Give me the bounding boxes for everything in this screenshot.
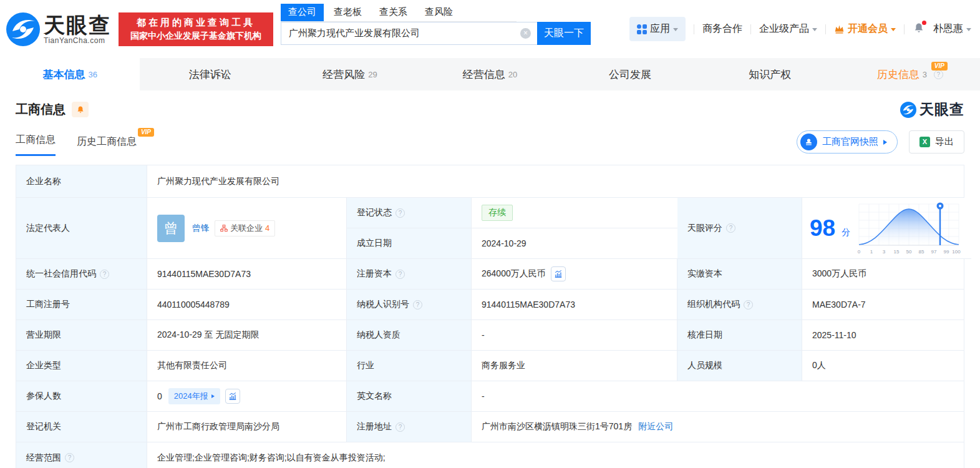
help-icon[interactable] (395, 422, 405, 432)
help-icon[interactable] (100, 270, 109, 279)
status-badge: 存续 (482, 205, 513, 221)
svg-text:100: 100 (952, 249, 961, 255)
search-tab-relation[interactable]: 查关系 (372, 4, 415, 21)
reg-address-label: 注册地址 (347, 412, 472, 442)
org-code-value: MAE30D7A-7 (802, 290, 964, 320)
svg-text:1: 1 (870, 249, 873, 255)
taxpayer-qualif-label: 纳税人资质 (347, 320, 472, 351)
search-tab-boss[interactable]: 查老板 (326, 4, 369, 21)
subtab-label: 历史工商信息 (77, 136, 137, 147)
reg-address-value: 广州市南沙区横沥镇明珠三街1号701房 附近公司 (472, 412, 964, 442)
subtab-history-business-info[interactable]: 历史工商信息 VIP (77, 135, 137, 156)
business-scope-label: 经营范围 (16, 442, 147, 468)
header: 天眼查 TianYanCha.com 都在用的商业查询工具 国家中小企业发展子基… (0, 0, 980, 58)
related-companies-badge[interactable]: 关联企业 4 (215, 220, 275, 236)
chevron-down-icon (966, 28, 971, 31)
top-nav: 应用 商务合作 企业级产品 开通会员 朴恩惠 (629, 17, 971, 41)
logo-title: 天眼查 (44, 14, 111, 36)
svg-text:97: 97 (931, 249, 937, 255)
tab-company-development[interactable]: 公司发展 (560, 58, 700, 90)
divider (750, 24, 751, 34)
tax-id-value: 91440115MAE30D7A73 (472, 290, 677, 320)
divider (825, 24, 826, 34)
insured-chart-icon[interactable] (225, 389, 240, 404)
user-menu[interactable]: 朴恩惠 (933, 22, 971, 36)
open-vip-button[interactable]: 开通会员 (834, 22, 896, 36)
tab-count: 29 (368, 70, 377, 79)
help-icon[interactable] (395, 270, 405, 279)
company-type-value: 其他有限责任公司 (147, 351, 347, 381)
approval-date-label: 核准日期 (677, 320, 802, 351)
staff-size-value: 0人 (802, 351, 964, 381)
legal-rep-value: 曾 曾锋 关联企业 4 (147, 198, 347, 259)
watermark-logo: 天眼查 (900, 100, 964, 119)
nav-cooperation[interactable]: 商务合作 (702, 22, 742, 36)
company-page-tabs: 基本信息 36 法律诉讼 经营风险 29 经营信息 20 公司发展 知识产权 历… (0, 58, 980, 90)
paid-capital-label: 实缴资本 (677, 259, 802, 290)
reg-number-value: 440110005448789 (147, 290, 347, 320)
tab-business-info[interactable]: 经营信息 20 (420, 58, 560, 90)
avatar[interactable]: 曾 (157, 215, 185, 242)
score-unit: 分 (842, 227, 850, 238)
stamp-icon (800, 134, 817, 150)
nearby-companies-link[interactable]: 附近公司 (638, 421, 673, 432)
tianyancha-logo-icon (6, 12, 40, 46)
tab-label: 经营信息 (463, 67, 505, 82)
tab-count: 36 (88, 70, 97, 79)
business-term-label: 营业期限 (16, 320, 147, 351)
tab-intellectual-property[interactable]: 知识产权 (700, 58, 840, 90)
nav-enterprise-products[interactable]: 企业级产品 (759, 22, 817, 36)
english-name-label: 英文名称 (347, 381, 472, 412)
company-name-label: 企业名称 (16, 165, 147, 198)
help-icon[interactable] (395, 208, 405, 218)
tab-label: 历史信息 (877, 67, 919, 82)
tab-history-info[interactable]: 历史信息 3 VIP (840, 58, 980, 90)
svg-text:3: 3 (883, 249, 886, 255)
apps-menu[interactable]: 应用 (629, 17, 686, 41)
establish-date-label: 成立日期 (347, 228, 472, 258)
tab-business-risk[interactable]: 经营风险 29 (280, 58, 420, 90)
search-type-tabs: 查公司 查老板 查关系 查风险 (281, 4, 517, 22)
subtab-business-info[interactable]: 工商信息 (16, 134, 56, 156)
divider (694, 24, 694, 34)
credit-code-value: 91440115MAE30D7A73 (147, 259, 347, 290)
subscribe-bell-button[interactable] (72, 102, 89, 117)
vip-label: 开通会员 (848, 22, 888, 36)
annual-report-badge[interactable]: 2024年报 (168, 388, 220, 404)
vip-badge: VIP (931, 62, 948, 71)
industry-value: 商务服务业 (472, 351, 677, 381)
notifications-button[interactable] (913, 22, 925, 37)
search-zone: 查公司 查老板 查关系 查风险 天眼一下 (281, 4, 591, 45)
help-icon[interactable] (744, 300, 753, 310)
company-name-value: 广州聚力现代产业发展有限公司 (147, 165, 964, 198)
enterprise-label: 企业级产品 (759, 22, 809, 36)
tab-basic-info[interactable]: 基本信息 36 (0, 58, 140, 90)
help-icon[interactable] (413, 300, 422, 310)
english-name-value: - (472, 381, 964, 412)
official-snapshot-button[interactable]: 工商官网快照 (797, 130, 898, 154)
help-icon[interactable] (726, 223, 735, 233)
clear-icon[interactable] (520, 28, 531, 39)
help-icon[interactable] (65, 453, 74, 462)
search-tab-risk[interactable]: 查风险 (417, 4, 460, 21)
tab-label: 公司发展 (609, 67, 651, 82)
content: 工商信息 天眼查 工商信息 历史工商信息 VIP (0, 100, 980, 468)
search-input[interactable] (281, 22, 537, 45)
tab-legal-litigation[interactable]: 法律诉讼 (140, 58, 279, 90)
legal-rep-name-link[interactable]: 曾锋 (192, 223, 210, 234)
insured-count-value: 0 2024年报 (147, 381, 347, 412)
score-distribution-chart: 0 1 3 15 50 85 97 99 100 (856, 200, 961, 256)
related-count: 4 (265, 223, 269, 233)
tianyancha-logo[interactable]: 天眼查 TianYanCha.com (6, 12, 111, 46)
search-tab-company[interactable]: 查公司 (281, 4, 324, 21)
section-title: 工商信息 (16, 101, 65, 118)
help-icon[interactable] (934, 70, 943, 79)
reg-capital-label: 注册资本 (347, 259, 472, 290)
tab-count: 20 (508, 70, 517, 79)
svg-text:50: 50 (906, 249, 912, 255)
search-button[interactable]: 天眼一下 (537, 22, 591, 45)
tax-id-label: 纳税人识别号 (347, 290, 472, 320)
reg-capital-value: 264000万人民币 (472, 259, 677, 290)
capital-chart-icon[interactable] (551, 266, 566, 281)
export-button[interactable]: 导出 (909, 130, 964, 154)
